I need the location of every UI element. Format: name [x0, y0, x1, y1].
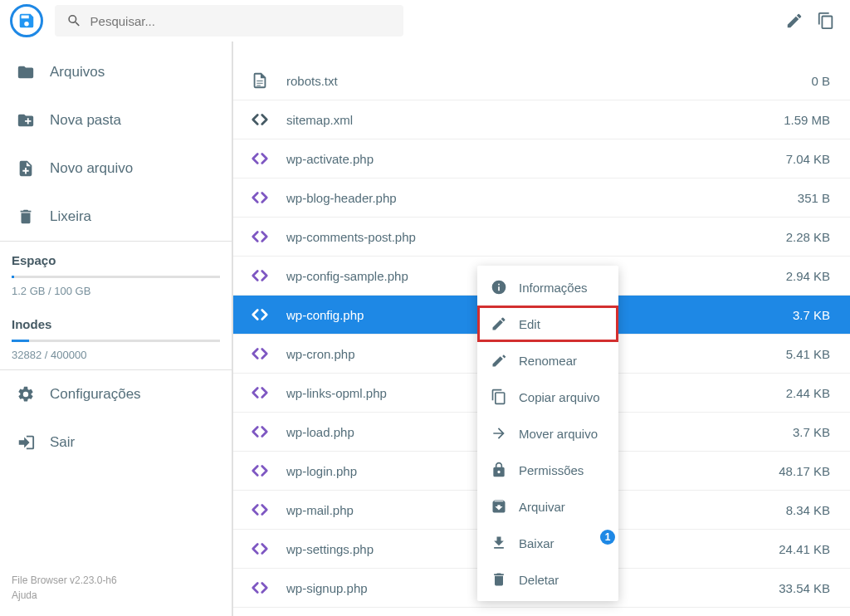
download-icon: [491, 535, 507, 551]
archive-icon: [491, 498, 507, 515]
file-name: wp-comments-post.php: [286, 230, 786, 244]
ctx-info[interactable]: Informações: [477, 269, 618, 306]
copy-icon[interactable]: [817, 12, 835, 30]
code-icon: [251, 110, 269, 129]
ctx-copy[interactable]: Copiar arquivo: [477, 379, 618, 415]
file-size: 3.7 KB: [793, 308, 830, 322]
file-size: 2.94 KB: [786, 269, 830, 283]
file-name: wp-activate.php: [286, 152, 786, 166]
usage-space-bar: [12, 276, 220, 278]
ctx-label: Renomear: [519, 354, 577, 368]
app-logo[interactable]: [10, 4, 43, 37]
file-icon-wrap: [248, 384, 271, 402]
file-icon-wrap: [248, 71, 271, 90]
search-input[interactable]: [90, 14, 392, 28]
file-size: 351 B: [798, 191, 830, 205]
sidebar-item-label: Novo arquivo: [50, 160, 133, 177]
file-row[interactable]: sitemap.xml 1.59 MB: [233, 100, 850, 139]
code-icon: [251, 188, 269, 207]
usage-space-label: Espaço: [12, 253, 220, 267]
file-size: 24.41 KB: [779, 542, 830, 556]
usage-inodes-label: Inodes: [12, 317, 220, 331]
file-name: wp-blog-header.php: [286, 191, 798, 205]
file-icon-wrap: [248, 423, 271, 441]
file-name: sitemap.xml: [286, 113, 784, 127]
file-icon-wrap: [248, 306, 271, 324]
ctx-edit[interactable]: Edit: [477, 306, 618, 342]
ctx-permissions[interactable]: Permissões: [477, 452, 618, 488]
sidebar-item-label: Nova pasta: [50, 112, 121, 129]
file-size: 2.44 KB: [786, 386, 830, 400]
file-icon-wrap: [248, 540, 271, 558]
sidebar: Arquivos Nova pasta Novo arquivo Lixeira…: [0, 42, 232, 616]
ctx-download[interactable]: Baixar 1: [477, 525, 618, 561]
file-size: 3.7 KB: [793, 425, 830, 439]
sidebar-item-files[interactable]: Arquivos: [0, 48, 232, 96]
gear-icon: [17, 385, 35, 403]
code-icon: [251, 227, 269, 246]
usage-inodes-text: 32882 / 400000: [12, 349, 220, 361]
sidebar-item-new-folder[interactable]: Nova pasta: [0, 96, 232, 144]
code-icon: [251, 266, 269, 285]
usage-space-text: 1.2 GB / 100 GB: [12, 285, 220, 297]
sidebar-item-exit[interactable]: Sair: [0, 418, 232, 467]
file-icon-wrap: [248, 188, 271, 207]
file-size: 8.34 KB: [786, 503, 830, 517]
ctx-label: Edit: [519, 317, 540, 331]
usage-inodes: Inodes 32882 / 400000: [0, 306, 232, 369]
trash-icon: [491, 571, 507, 588]
lock-icon: [491, 462, 507, 478]
ctx-move[interactable]: Mover arquivo: [477, 415, 618, 452]
exit-icon: [17, 433, 35, 452]
usage-space: Espaço 1.2 GB / 100 GB: [0, 242, 232, 306]
new-file-icon: [17, 159, 35, 178]
new-folder-icon: [17, 111, 35, 130]
code-icon: [251, 579, 269, 597]
file-size: 1.59 MB: [784, 113, 830, 127]
file-row[interactable]: wp-activate.php 7.04 KB: [233, 139, 850, 178]
pencil-icon[interactable]: [785, 12, 804, 30]
ctx-label: Baixar: [519, 536, 554, 550]
file-row[interactable]: robots.txt 0 B: [233, 61, 850, 100]
help-link[interactable]: Ajuda: [12, 588, 220, 603]
file-icon-wrap: [248, 110, 271, 129]
ctx-label: Arquivar: [519, 500, 565, 514]
sidebar-item-label: Arquivos: [50, 64, 105, 81]
ctx-label: Deletar: [519, 573, 559, 587]
copy-icon: [491, 389, 507, 405]
trash-icon: [17, 208, 35, 226]
code-icon: [251, 540, 269, 558]
file-icon-wrap: [248, 266, 271, 285]
ctx-label: Copiar arquivo: [519, 390, 600, 404]
usage-inodes-bar: [12, 340, 220, 342]
sidebar-item-new-file[interactable]: Novo arquivo: [0, 144, 232, 193]
search-box[interactable]: [55, 5, 403, 37]
file-icon-wrap: [248, 227, 271, 246]
move-icon: [491, 425, 507, 442]
file-icon-wrap: [248, 462, 271, 480]
code-icon: [251, 345, 269, 363]
ctx-label: Informações: [519, 281, 588, 295]
version-text: File Browser v2.23.0-h6: [12, 573, 220, 588]
ctx-archive[interactable]: Arquivar: [477, 488, 618, 525]
ctx-label: Mover arquivo: [519, 427, 598, 441]
code-icon: [251, 149, 269, 168]
info-icon: [491, 279, 507, 296]
file-row[interactable]: wp-trackback.php 4.77 KB: [233, 608, 850, 616]
header-actions: [785, 12, 840, 30]
ctx-delete[interactable]: Deletar: [477, 561, 618, 598]
file-size: 0 B: [811, 74, 830, 88]
floppy-disk-icon: [17, 12, 36, 30]
ctx-rename[interactable]: Renomear: [477, 342, 618, 379]
file-icon-wrap: [248, 501, 271, 519]
sidebar-item-settings[interactable]: Configurações: [0, 370, 232, 418]
footer-info: File Browser v2.23.0-h6 Ajuda: [0, 560, 232, 616]
file-icon: [251, 71, 269, 90]
sidebar-item-trash[interactable]: Lixeira: [0, 193, 232, 241]
file-row[interactable]: wp-blog-header.php 351 B: [233, 178, 850, 218]
file-icon-wrap: [248, 345, 271, 363]
folder-icon: [17, 63, 35, 81]
file-row[interactable]: wp-comments-post.php 2.28 KB: [233, 218, 850, 257]
search-icon: [66, 12, 82, 29]
rename-icon: [491, 352, 507, 369]
